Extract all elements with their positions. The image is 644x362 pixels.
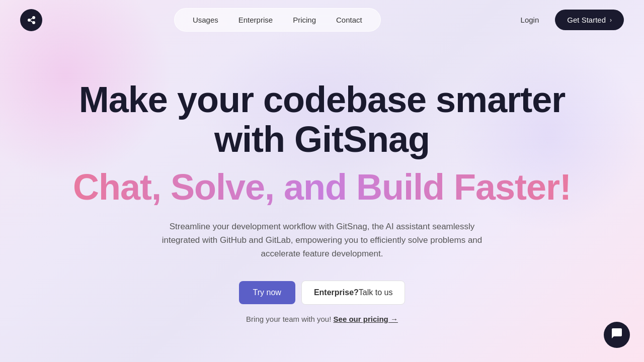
svg-point-0	[28, 19, 31, 22]
nav-right: Login Get Started ›	[513, 10, 624, 30]
nav-link-pricing[interactable]: Pricing	[285, 13, 324, 27]
hero-title: Make your codebase smarter with GitSnag	[79, 80, 565, 159]
nav-links: Usages Enterprise Pricing Contact	[174, 8, 381, 32]
navbar: Usages Enterprise Pricing Contact Login …	[0, 0, 644, 40]
chat-widget[interactable]	[604, 322, 630, 348]
hero-subtitle: Chat, Solve, and Build Faster!	[73, 167, 571, 207]
svg-point-2	[32, 21, 35, 24]
login-button[interactable]: Login	[513, 12, 547, 28]
logo[interactable]	[20, 9, 42, 31]
team-pricing-text: Bring your team with you! See our pricin…	[246, 315, 398, 323]
svg-line-3	[31, 18, 33, 19]
hero-description: Streamline your development workflow wit…	[161, 220, 483, 261]
get-started-button[interactable]: Get Started ›	[555, 10, 624, 30]
hero-buttons: Try now Enterprise?Talk to us	[239, 281, 406, 305]
nav-link-contact[interactable]: Contact	[328, 13, 370, 27]
pricing-link[interactable]: See our pricing →	[334, 315, 398, 323]
svg-point-1	[32, 16, 35, 19]
arrow-icon: ›	[610, 17, 612, 24]
nav-link-enterprise[interactable]: Enterprise	[230, 13, 281, 27]
logo-icon	[26, 15, 37, 26]
chat-icon	[611, 327, 623, 342]
nav-link-usages[interactable]: Usages	[185, 13, 226, 27]
svg-line-4	[31, 21, 33, 22]
try-now-button[interactable]: Try now	[239, 281, 295, 304]
enterprise-talk-button[interactable]: Enterprise?Talk to us	[301, 281, 406, 305]
hero-section: Make your codebase smarter with GitSnag …	[0, 40, 644, 343]
